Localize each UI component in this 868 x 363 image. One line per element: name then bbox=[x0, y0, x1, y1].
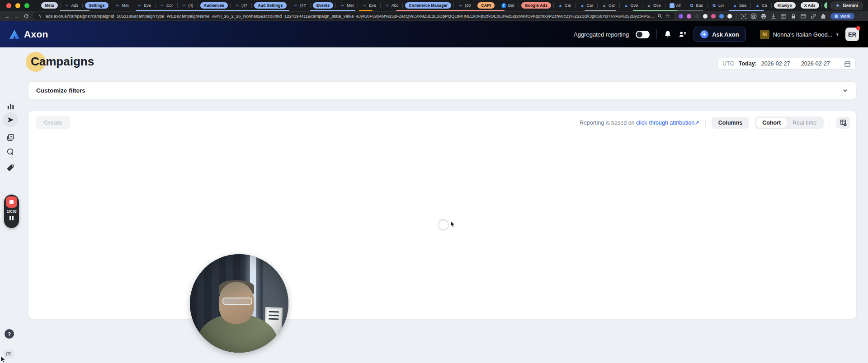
address-bar[interactable]: ads.axon.ai/campaigns?campaignId=1852188… bbox=[33, 12, 675, 20]
tab-group-audiences[interactable]: Audiences bbox=[200, 2, 228, 9]
pause-recording-button[interactable] bbox=[9, 215, 14, 221]
zoom-search-icon[interactable] bbox=[657, 14, 662, 19]
extension-icon[interactable] bbox=[687, 14, 691, 19]
tab-group-capi[interactable]: CAPI bbox=[477, 2, 495, 9]
close-window-button[interactable] bbox=[6, 3, 11, 8]
browser-tab[interactable]: ∞(4) bbox=[180, 3, 195, 9]
bookmark-star-icon[interactable]: ☆ bbox=[665, 13, 670, 19]
browser-tab[interactable]: ∞Cor bbox=[158, 3, 175, 9]
browser-tab[interactable]: ∞Met bbox=[113, 3, 131, 9]
table-icon[interactable] bbox=[780, 13, 787, 19]
axon-logo-icon bbox=[9, 29, 20, 40]
reload-icon[interactable] bbox=[24, 14, 29, 19]
customize-filters-bar[interactable]: Customize filters bbox=[28, 81, 857, 100]
tab-group-strip bbox=[585, 10, 616, 11]
link-icon[interactable] bbox=[810, 13, 816, 19]
card-icon[interactable] bbox=[800, 13, 807, 19]
browser-tab[interactable]: ▲Ca bbox=[753, 3, 769, 9]
meta-favicon: ∞ bbox=[115, 3, 120, 8]
sidebar-item-analytics[interactable] bbox=[3, 98, 18, 114]
user-avatar[interactable]: ER bbox=[845, 28, 859, 41]
tab-group-commerce-manager[interactable]: Commerce Manager bbox=[405, 2, 451, 9]
stop-recording-button[interactable] bbox=[6, 196, 17, 208]
back-icon[interactable]: ← bbox=[5, 14, 10, 19]
url-text[interactable]: ads.axon.ai/campaigns?campaignId=1852188… bbox=[46, 14, 654, 19]
profile-chip[interactable]: Work bbox=[830, 13, 854, 19]
puzzle-icon[interactable] bbox=[820, 13, 826, 19]
extension-icon[interactable] bbox=[719, 14, 724, 19]
tab-group-meta[interactable]: Meta bbox=[41, 2, 58, 9]
aggregated-reporting-toggle[interactable] bbox=[636, 31, 650, 38]
grammarly-icon[interactable] bbox=[750, 13, 757, 19]
browser-tab[interactable]: ▲Car bbox=[600, 3, 617, 9]
browser-tab[interactable]: ▲Sea bbox=[731, 3, 748, 9]
browser-tab[interactable]: ∞Eve bbox=[136, 3, 153, 9]
site-settings-icon[interactable] bbox=[38, 14, 42, 19]
filters-chevron-down-icon[interactable] bbox=[842, 87, 849, 94]
browser-tab[interactable]: GBus bbox=[688, 3, 705, 9]
ask-axon-button[interactable]: Ask Axon bbox=[693, 27, 745, 42]
send-icon bbox=[6, 116, 15, 124]
sidebar-item-campaigns[interactable] bbox=[3, 112, 18, 127]
notifications-bell-icon[interactable] bbox=[664, 30, 672, 38]
download-icon[interactable] bbox=[770, 13, 777, 19]
google-favicon: G bbox=[689, 3, 694, 8]
browser-tab[interactable]: ∞Ads bbox=[63, 3, 80, 9]
workspace-selector[interactable]: NI Nonna's Italian Good... ▾ bbox=[760, 30, 839, 39]
browser-tab[interactable]: GLin bbox=[710, 3, 726, 9]
columns-button[interactable]: Columns bbox=[712, 117, 749, 129]
browser-tab[interactable]: ∞Abc bbox=[383, 3, 401, 9]
reporting-mode-segmented-control: Cohort Real time bbox=[755, 116, 824, 129]
tab-separator bbox=[798, 3, 798, 8]
tab-group-klaviyo[interactable]: Klaviyo bbox=[774, 2, 796, 9]
extension-icon[interactable] bbox=[727, 14, 732, 19]
lock-icon[interactable] bbox=[790, 13, 797, 19]
table-settings-button[interactable] bbox=[836, 117, 850, 129]
sidebar-item-creatives[interactable] bbox=[3, 130, 18, 145]
sidebar-item-tags[interactable] bbox=[3, 160, 18, 175]
browser-tab[interactable]: ▲Car bbox=[578, 3, 595, 9]
minimize-window-button[interactable] bbox=[15, 3, 20, 8]
tab-group-shopify[interactable]: Shopify bbox=[824, 2, 827, 9]
tab-group-google-ads[interactable]: Google Ads bbox=[521, 2, 551, 9]
print-icon[interactable] bbox=[760, 13, 767, 19]
gemini-button[interactable]: Gemini bbox=[830, 1, 863, 10]
help-button[interactable]: ? bbox=[5, 329, 14, 339]
browser-tab[interactable]: ∞(47 bbox=[292, 3, 308, 9]
extension-icon[interactable] bbox=[679, 14, 683, 19]
extension-icon[interactable] bbox=[711, 14, 716, 19]
axon-logo[interactable]: Axon bbox=[9, 29, 48, 40]
forward-icon[interactable]: → bbox=[14, 14, 19, 19]
extension-icons bbox=[679, 14, 732, 19]
sidebar-item-tracking[interactable] bbox=[3, 144, 18, 159]
attribution-link[interactable]: click-through attribution↗ bbox=[636, 120, 699, 126]
browser-tab[interactable]: ∞(30 bbox=[456, 3, 472, 9]
cohort-tab[interactable]: Cohort bbox=[756, 118, 787, 128]
browser-tab[interactable]: ∞(47 bbox=[233, 3, 249, 9]
screenshot-icon[interactable] bbox=[741, 13, 747, 19]
date-range-picker[interactable]: UTC Today: 2026-02-27 - 2026-02-27 bbox=[717, 58, 856, 70]
browser-tab[interactable]: All bbox=[668, 3, 683, 9]
tab-group-aud-settings[interactable]: Aud Settings bbox=[254, 2, 287, 9]
reporting-prefix: Reporting is based on bbox=[580, 120, 635, 126]
extension-icon[interactable] bbox=[703, 14, 708, 19]
tab-group-x-ads[interactable]: X Ads bbox=[801, 2, 819, 9]
browser-tab[interactable]: ∞Met bbox=[338, 3, 355, 9]
create-button[interactable]: Create bbox=[36, 116, 70, 129]
calendar-icon[interactable] bbox=[844, 60, 851, 67]
browser-tab[interactable]: ▲Ove bbox=[645, 3, 663, 9]
tab-group-events[interactable]: Events bbox=[313, 2, 334, 9]
user-list-icon[interactable] bbox=[679, 30, 687, 38]
realtime-tab[interactable]: Real time bbox=[787, 118, 822, 128]
browser-tab[interactable]: ▲Ove bbox=[622, 3, 640, 9]
browser-tab[interactable]: fDat bbox=[500, 3, 516, 9]
browser-menu-icon[interactable]: ⋮ bbox=[859, 13, 863, 19]
browser-tab[interactable]: ∞Eve bbox=[360, 3, 378, 9]
tab-group-settings[interactable]: Settings bbox=[85, 2, 108, 9]
maximize-window-button[interactable] bbox=[24, 3, 29, 8]
table-gear-icon bbox=[839, 119, 847, 127]
tab-separator bbox=[177, 3, 178, 8]
webcam-overlay[interactable] bbox=[190, 254, 288, 353]
extension-icon[interactable] bbox=[695, 14, 699, 19]
browser-tab[interactable]: ▲Car bbox=[556, 3, 573, 9]
